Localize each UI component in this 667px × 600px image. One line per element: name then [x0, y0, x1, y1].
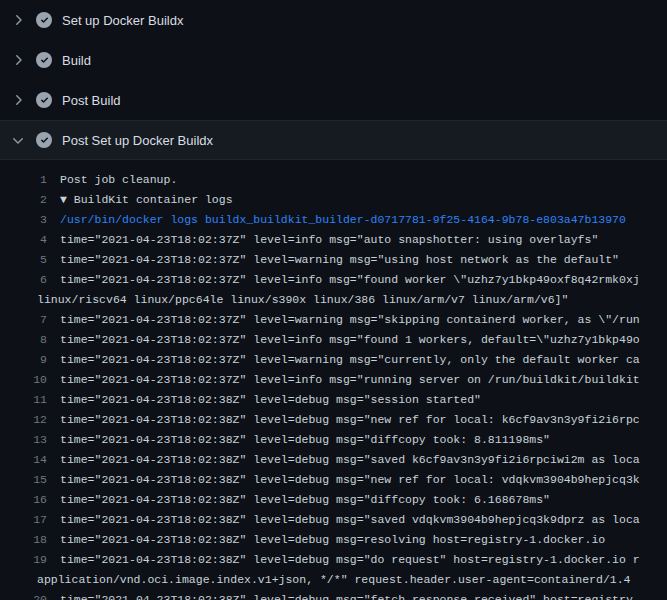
log-line-number[interactable]: 8: [0, 330, 47, 350]
log-line-number[interactable]: 7: [0, 310, 47, 330]
log-line-text: time="2021-04-23T18:02:38Z" level=debug …: [47, 510, 640, 530]
log-line: 13time="2021-04-23T18:02:38Z" level=debu…: [0, 430, 667, 450]
step-name: Build: [62, 53, 91, 68]
step-post-set-up-docker-buildx[interactable]: Post Set up Docker Buildx: [0, 120, 667, 160]
log-line: 19time="2021-04-23T18:02:38Z" level=debu…: [0, 550, 667, 570]
workflow-log-viewer: Set up Docker Buildx Build Post Build Po…: [0, 0, 667, 600]
check-circle-icon: [36, 12, 52, 28]
log-line-text: time="2021-04-23T18:02:37Z" level=info m…: [47, 230, 598, 250]
log-line-number[interactable]: 10: [0, 370, 47, 390]
log-line-text: time="2021-04-23T18:02:38Z" level=debug …: [47, 490, 550, 510]
log-line-number[interactable]: 11: [0, 390, 47, 410]
step-name: Post Set up Docker Buildx: [62, 133, 213, 148]
step-post-build[interactable]: Post Build: [0, 80, 667, 120]
log-line: 10time="2021-04-23T18:02:37Z" level=info…: [0, 370, 667, 390]
group-toggle-arrow-icon[interactable]: ▼: [60, 193, 74, 206]
chevron-right-icon[interactable]: [10, 12, 26, 28]
log-line: 4time="2021-04-23T18:02:37Z" level=info …: [0, 230, 667, 250]
log-line-number[interactable]: 13: [0, 430, 47, 450]
log-line-number[interactable]: 4: [0, 230, 47, 250]
log-line: 17time="2021-04-23T18:02:38Z" level=debu…: [0, 510, 667, 530]
check-circle-icon: [36, 52, 52, 68]
log-line-number[interactable]: 19: [0, 550, 47, 570]
log-line-number[interactable]: 2: [0, 190, 47, 210]
log-line-text: time="2021-04-23T18:02:38Z" level=debug …: [47, 550, 640, 570]
log-line: 15time="2021-04-23T18:02:38Z" level=debu…: [0, 470, 667, 490]
check-circle-icon: [36, 92, 52, 108]
chevron-right-icon[interactable]: [10, 52, 26, 68]
log-line: 3/usr/bin/docker logs buildx_buildkit_bu…: [0, 210, 667, 230]
log-line-text: time="2021-04-23T18:02:38Z" level=debug …: [47, 530, 605, 550]
log-line-number[interactable]: 20: [0, 590, 47, 600]
log-line-number[interactable]: 17: [0, 510, 47, 530]
log-line-text: time="2021-04-23T18:02:37Z" level=warnin…: [47, 350, 640, 370]
log-line-number[interactable]: 18: [0, 530, 47, 550]
log-line: 11time="2021-04-23T18:02:38Z" level=debu…: [0, 390, 667, 410]
log-line-number[interactable]: 9: [0, 350, 47, 370]
log-line: 20time="2021-04-23T18:02:38Z" level=debu…: [0, 590, 667, 600]
log-line: application/vnd.oci.image.index.v1+json,…: [0, 570, 667, 590]
log-line-text: time="2021-04-23T18:02:37Z" level=info m…: [47, 330, 640, 350]
log-line-number[interactable]: 14: [0, 450, 47, 470]
log-line-text: time="2021-04-23T18:02:38Z" level=debug …: [47, 390, 481, 410]
log-line-text: ▼ BuildKit container logs: [47, 190, 233, 210]
log-line-text: time="2021-04-23T18:02:37Z" level=info m…: [47, 370, 640, 390]
log-line-text: time="2021-04-23T18:02:38Z" level=debug …: [47, 450, 640, 470]
log-line-number[interactable]: 5: [0, 250, 47, 270]
chevron-down-icon[interactable]: [10, 132, 26, 148]
log-line-text: application/vnd.oci.image.index.v1+json,…: [37, 570, 631, 590]
log-line: 5time="2021-04-23T18:02:37Z" level=warni…: [0, 250, 667, 270]
check-circle-icon: [36, 132, 52, 148]
log-line: linux/riscv64 linux/ppc64le linux/s390x …: [0, 290, 667, 310]
log-line-text: time="2021-04-23T18:02:38Z" level=debug …: [47, 590, 640, 600]
step-set-up-docker-buildx[interactable]: Set up Docker Buildx: [0, 0, 667, 40]
log-line-number[interactable]: 3: [0, 210, 47, 230]
log-line: 1Post job cleanup.: [0, 170, 667, 190]
log-line-number[interactable]: 16: [0, 490, 47, 510]
log-line-text: time="2021-04-23T18:02:38Z" level=debug …: [47, 410, 640, 430]
log-line-text: time="2021-04-23T18:02:37Z" level=info m…: [47, 270, 640, 290]
log-line-number[interactable]: 15: [0, 470, 47, 490]
log-line-text: time="2021-04-23T18:02:37Z" level=warnin…: [47, 250, 619, 270]
chevron-right-icon[interactable]: [10, 92, 26, 108]
step-name: Set up Docker Buildx: [62, 13, 183, 28]
log-line: 12time="2021-04-23T18:02:38Z" level=debu…: [0, 410, 667, 430]
log-line: 8time="2021-04-23T18:02:37Z" level=info …: [0, 330, 667, 350]
log-line[interactable]: 2▼ BuildKit container logs: [0, 190, 667, 210]
log-line-number[interactable]: 12: [0, 410, 47, 430]
log-line-text: time="2021-04-23T18:02:37Z" level=warnin…: [47, 310, 640, 330]
log-line-text: /usr/bin/docker logs buildx_buildkit_bui…: [47, 210, 626, 230]
log-line: 16time="2021-04-23T18:02:38Z" level=debu…: [0, 490, 667, 510]
log-line-text: Post job cleanup.: [47, 170, 177, 190]
log-line-text: linux/riscv64 linux/ppc64le linux/s390x …: [37, 290, 568, 310]
step-build[interactable]: Build: [0, 40, 667, 80]
log-line-number[interactable]: 6: [0, 270, 47, 290]
group-title: BuildKit container logs: [74, 193, 233, 206]
log-line: 18time="2021-04-23T18:02:38Z" level=debu…: [0, 530, 667, 550]
log-line: 6time="2021-04-23T18:02:37Z" level=info …: [0, 270, 667, 290]
log-line-number[interactable]: 1: [0, 170, 47, 190]
log-line-text: time="2021-04-23T18:02:38Z" level=debug …: [47, 470, 640, 490]
log-line: 14time="2021-04-23T18:02:38Z" level=debu…: [0, 450, 667, 470]
log-line: 7time="2021-04-23T18:02:37Z" level=warni…: [0, 310, 667, 330]
log-body: 1Post job cleanup.2▼ BuildKit container …: [0, 160, 667, 600]
log-line: 9time="2021-04-23T18:02:37Z" level=warni…: [0, 350, 667, 370]
log-line-text: time="2021-04-23T18:02:38Z" level=debug …: [47, 430, 550, 450]
step-name: Post Build: [62, 93, 121, 108]
